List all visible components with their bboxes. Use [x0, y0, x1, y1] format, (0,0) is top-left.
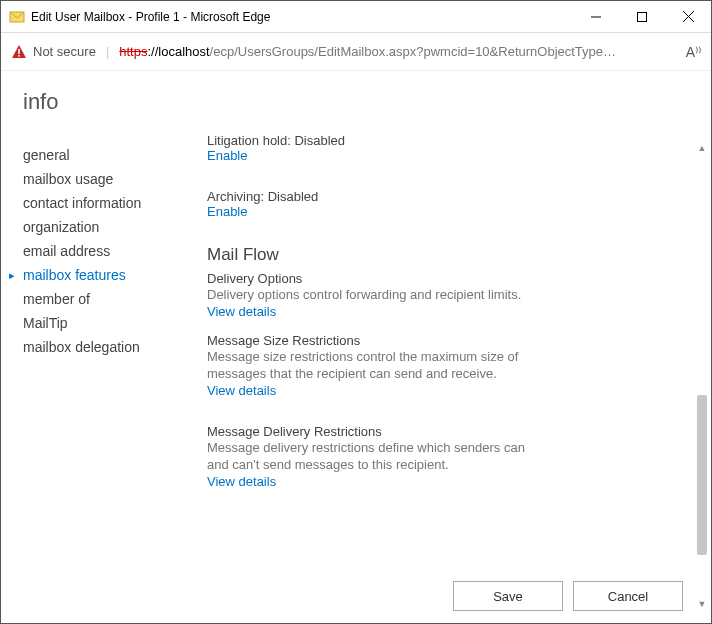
archiving-block: Archiving: Disabled Enable	[207, 189, 675, 219]
size-view-details-link[interactable]: View details	[207, 383, 675, 398]
scroll-track[interactable]	[695, 155, 709, 597]
scroll-up-icon[interactable]: ▲	[695, 141, 709, 155]
nav-item-email-address[interactable]: email address	[23, 239, 207, 263]
nav-item-mailbox-features[interactable]: mailbox features	[23, 263, 207, 287]
warning-icon	[11, 44, 27, 60]
save-button[interactable]: Save	[453, 581, 563, 611]
address-bar: Not secure | https://localhost/ecp/Users…	[1, 33, 711, 71]
minimize-button[interactable]	[573, 1, 619, 33]
nav-item-mailbox-delegation[interactable]: mailbox delegation	[23, 335, 207, 359]
maximize-button[interactable]	[619, 1, 665, 33]
svg-rect-2	[638, 12, 647, 21]
msgdel-view-details-link[interactable]: View details	[207, 474, 675, 489]
msgdel-head: Message Delivery Restrictions	[207, 424, 675, 439]
archiving-label: Archiving: Disabled	[207, 189, 675, 204]
svg-rect-5	[18, 49, 20, 54]
url-path: /ecp/UsersGroups/EditMailbox.aspx?pwmcid…	[210, 44, 616, 59]
nav-item-organization[interactable]: organization	[23, 215, 207, 239]
msgdel-block: Message Delivery Restrictions Message de…	[207, 424, 675, 489]
page-title: info	[23, 89, 207, 115]
svg-rect-6	[18, 55, 20, 57]
address-separator: |	[106, 44, 109, 59]
nav-item-contact-information[interactable]: contact information	[23, 191, 207, 215]
nav-item-mailbox-usage[interactable]: mailbox usage	[23, 167, 207, 191]
left-column: info generalmailbox usagecontact informa…	[23, 89, 207, 565]
delivery-head: Delivery Options	[207, 271, 675, 286]
side-nav: generalmailbox usagecontact informationo…	[23, 143, 207, 359]
window-controls	[573, 1, 711, 33]
litigation-label: Litigation hold: Disabled	[207, 133, 675, 148]
window-titlebar: Edit User Mailbox - Profile 1 - Microsof…	[1, 1, 711, 33]
size-block: Message Size Restrictions Message size r…	[207, 333, 675, 398]
nav-item-member-of[interactable]: member of	[23, 287, 207, 311]
delivery-desc: Delivery options control forwarding and …	[207, 286, 537, 304]
archiving-enable-link[interactable]: Enable	[207, 204, 675, 219]
mailflow-section: Mail Flow Delivery Options Delivery opti…	[207, 245, 675, 319]
mailflow-title: Mail Flow	[207, 245, 675, 265]
msgdel-desc: Message delivery restrictions define whi…	[207, 439, 537, 474]
cancel-button[interactable]: Cancel	[573, 581, 683, 611]
size-head: Message Size Restrictions	[207, 333, 675, 348]
footer-buttons: Save Cancel	[453, 581, 683, 611]
url-host: ://localhost	[147, 44, 209, 59]
content-area: info generalmailbox usagecontact informa…	[1, 71, 711, 565]
url-text[interactable]: https://localhost/ecp/UsersGroups/EditMa…	[119, 44, 675, 59]
vertical-scrollbar[interactable]: ▲ ▼	[695, 141, 709, 611]
close-button[interactable]	[665, 1, 711, 33]
size-desc: Message size restrictions control the ma…	[207, 348, 537, 383]
nav-item-MailTip[interactable]: MailTip	[23, 311, 207, 335]
litigation-enable-link[interactable]: Enable	[207, 148, 675, 163]
window-title: Edit User Mailbox - Profile 1 - Microsof…	[31, 10, 573, 24]
window-favicon	[9, 9, 25, 25]
page-body: info generalmailbox usagecontact informa…	[1, 71, 711, 624]
read-aloud-icon[interactable]: A⁾⁾	[686, 44, 701, 60]
url-scheme: https	[119, 44, 147, 59]
scroll-down-icon[interactable]: ▼	[695, 597, 709, 611]
details-pane: Litigation hold: Disabled Enable Archivi…	[207, 89, 697, 565]
delivery-view-details-link[interactable]: View details	[207, 304, 675, 319]
not-secure-label: Not secure	[33, 44, 96, 59]
litigation-block: Litigation hold: Disabled Enable	[207, 133, 675, 163]
scroll-thumb[interactable]	[697, 395, 707, 555]
nav-item-general[interactable]: general	[23, 143, 207, 167]
security-indicator[interactable]: Not secure	[11, 44, 96, 60]
